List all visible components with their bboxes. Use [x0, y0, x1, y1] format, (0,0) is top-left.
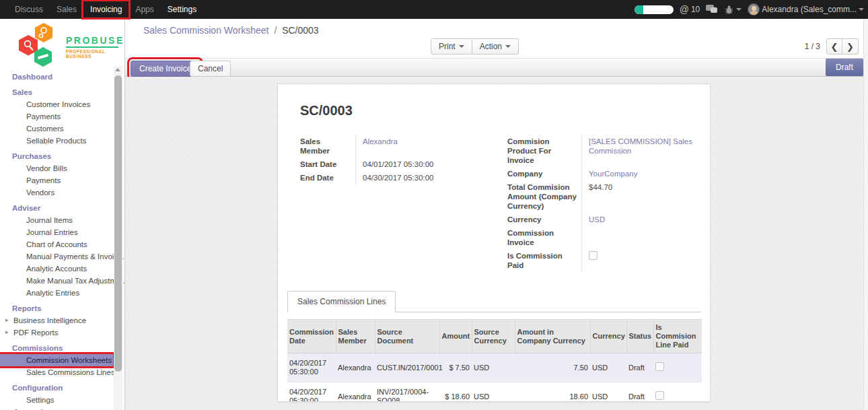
- cancel-button[interactable]: Cancel: [190, 61, 231, 77]
- cell-source-document: CUST.IN/2017/0001: [375, 353, 439, 382]
- form-group-left: Sales MemberAlexandraStart Date04/01/201…: [300, 135, 497, 272]
- navbar-app-sales[interactable]: Sales: [50, 1, 83, 18]
- checkbox[interactable]: [655, 391, 664, 400]
- checkbox[interactable]: [655, 362, 664, 371]
- tab-sales-commission-lines[interactable]: Sales Commission Lines: [287, 291, 396, 312]
- navbar-app-settings[interactable]: Settings: [161, 1, 203, 18]
- cell-amount: $ 7.50: [439, 353, 472, 382]
- field-value: $44.70: [581, 180, 700, 213]
- navbar-right: @ 10 Alexandra (Sales_comm...: [635, 0, 864, 19]
- sidebar-item-analytic-entries[interactable]: Analytic Entries: [0, 287, 113, 299]
- cell-source-currency: USD: [472, 382, 515, 403]
- form-sheet: SC/0003 Sales MemberAlexandraStart Date0…: [277, 83, 711, 402]
- action-button[interactable]: Action: [472, 38, 519, 55]
- sidebar-item-customers[interactable]: Customers: [0, 123, 113, 135]
- breadcrumb-parent-link[interactable]: Sales Commission Worksheet: [143, 25, 268, 36]
- user-menu[interactable]: Alexandra (Sales_comm...: [748, 3, 864, 15]
- sidebar-item-manual-payments-invoice[interactable]: Manual Payments & Invoice...: [0, 250, 113, 263]
- print-button[interactable]: Print: [431, 38, 472, 55]
- sidebar-section-reports[interactable]: Reports: [0, 302, 113, 314]
- sidebar-item-pdf-reports[interactable]: ▸PDF Reports: [0, 327, 113, 339]
- chevron-down-icon: [859, 8, 864, 11]
- sidebar-item-journal-items[interactable]: Journal Items: [0, 214, 113, 226]
- column-header-amount-in-company-currency[interactable]: Amount in Company Currency: [515, 320, 590, 353]
- column-header-source-document[interactable]: Source Document: [375, 320, 439, 353]
- sidebar-item-chart-of-accounts[interactable]: Chart of Accounts: [0, 238, 113, 250]
- table-row[interactable]: 04/20/2017 05:30:00AlexandraINV/2017/000…: [287, 382, 702, 403]
- pager-next-button[interactable]: ❯: [842, 38, 859, 55]
- field-value[interactable]: USD: [581, 213, 700, 226]
- form-field-commision-product-for-invoice: Commision Product For Invoice[SALES COMM…: [507, 135, 700, 167]
- sidebar-item-label: Analytic Accounts: [26, 265, 87, 273]
- sidebar-item-settings[interactable]: Settings: [0, 394, 113, 406]
- sidebar-item-sales-commissions-lines[interactable]: Sales Commissions Lines: [0, 366, 113, 378]
- sidebar-item-accounting[interactable]: ▸Accounting: [0, 406, 113, 410]
- debug-menu[interactable]: [724, 5, 742, 15]
- chevron-down-icon: [505, 45, 511, 48]
- sidebar-item-customer-invoices[interactable]: Customer Invoices: [0, 98, 113, 110]
- sidebar-item-business-intelligence[interactable]: ▸Business Intelligence: [0, 314, 113, 327]
- form-statusbar: Create Invoice Cancel Draft: [125, 58, 863, 77]
- sidebar-scrollbar[interactable]: [114, 66, 122, 410]
- scroll-up-icon[interactable]: [115, 68, 120, 71]
- expand-arrow-icon[interactable]: ▸: [5, 329, 9, 335]
- column-header-source-currency[interactable]: Source Currency: [472, 320, 515, 353]
- sidebar-item-label: Sales Commissions Lines: [26, 368, 115, 376]
- field-value: 04/01/2017 05:30:00: [355, 158, 497, 171]
- pager-previous-button[interactable]: ❮: [826, 38, 842, 55]
- activity-menu[interactable]: @ 10: [680, 4, 700, 15]
- pager-count: 1 / 3: [805, 42, 820, 51]
- column-header-sales-member[interactable]: Sales Member: [336, 320, 375, 353]
- sidebar-item-label: Sellable Products: [26, 137, 87, 145]
- form-field-company: CompanyYourCompany: [507, 167, 700, 180]
- sidebar-item-payments[interactable]: Payments: [0, 174, 113, 186]
- sidebar-item-vendor-bills[interactable]: Vendor Bills: [0, 162, 113, 174]
- sidebar-item-label: Journal Items: [26, 216, 73, 224]
- view-header: Sales Commission Worksheet / SC/0003 Pri…: [125, 19, 863, 58]
- sidebar-item-journal-entries[interactable]: Journal Entries: [0, 226, 113, 238]
- messages-menu[interactable]: [706, 5, 718, 14]
- form-group-right: Commision Product For Invoice[SALES COMM…: [507, 135, 700, 272]
- sidebar-section-dashboard[interactable]: Dashboard: [0, 71, 113, 83]
- expand-arrow-icon[interactable]: ▸: [5, 316, 9, 323]
- column-header-is-commision-line-paid[interactable]: Is Commision Line Paid: [653, 320, 702, 353]
- sidebar-item-vendors[interactable]: Vendors: [0, 186, 113, 199]
- page-scrollbar[interactable]: [863, 19, 868, 410]
- sidebar-item-commission-worksheets[interactable]: Commission Worksheets: [0, 354, 113, 366]
- sidebar-section-adviser[interactable]: Adviser: [0, 202, 113, 214]
- sidebar-item-sellable-products[interactable]: Sellable Products: [0, 135, 113, 147]
- sidebar-item-label: Journal Entries: [26, 228, 78, 236]
- sidebar-item-make-manual-tax-adjustme[interactable]: Make Manual Tax Adjustme...: [0, 275, 113, 287]
- sidebar-section-configuration[interactable]: Configuration: [0, 382, 113, 394]
- sidebar-item-analytic-accounts[interactable]: Analytic Accounts: [0, 263, 113, 275]
- navbar-apps: DiscussSalesInvoicingAppsSettings: [8, 1, 203, 18]
- main-area: Sales Commission Worksheet / SC/0003 Pri…: [125, 19, 868, 410]
- sidebar-item-label: Payments: [26, 112, 61, 121]
- field-value[interactable]: Alexandra: [355, 135, 497, 158]
- navbar-app-discuss[interactable]: Discuss: [8, 1, 50, 18]
- field-value: [581, 226, 700, 249]
- breadcrumb-current: SC/0003: [282, 25, 318, 36]
- status-badge[interactable]: Draft: [826, 59, 863, 76]
- column-header-currency[interactable]: Currency: [590, 320, 626, 353]
- form-groups: Sales MemberAlexandraStart Date04/01/201…: [300, 135, 700, 272]
- table-row[interactable]: 04/20/2017 05:30:00AlexandraCUST.IN/2017…: [287, 353, 702, 382]
- sidebar-scrollbar-thumb[interactable]: [114, 75, 122, 372]
- sidebar-section-purchases[interactable]: Purchases: [0, 150, 113, 162]
- field-value[interactable]: [SALES COMMISSION] Sales Commission: [581, 135, 700, 167]
- sidebar-section-sales[interactable]: Sales: [0, 86, 113, 98]
- navbar-app-apps[interactable]: Apps: [129, 1, 160, 18]
- sidebar-section-commissions[interactable]: Commissions: [0, 342, 113, 354]
- navbar-app-invoicing[interactable]: Invoicing: [83, 1, 129, 18]
- breadcrumb-separator: /: [271, 25, 279, 36]
- timer-widget[interactable]: [635, 5, 674, 14]
- brand-hexagons-icon: [19, 22, 65, 67]
- column-header-commission-date[interactable]: Commission Date: [287, 320, 336, 353]
- field-value[interactable]: YourCompany: [581, 167, 700, 180]
- checkbox[interactable]: [589, 251, 598, 260]
- column-header-amount[interactable]: Amount: [439, 320, 472, 353]
- column-header-status[interactable]: Status: [626, 320, 653, 353]
- field-value[interactable]: [581, 249, 700, 272]
- sidebar-item-payments[interactable]: Payments: [0, 110, 113, 123]
- cell-source-document: INV/2017/0004-SO008: [375, 382, 439, 403]
